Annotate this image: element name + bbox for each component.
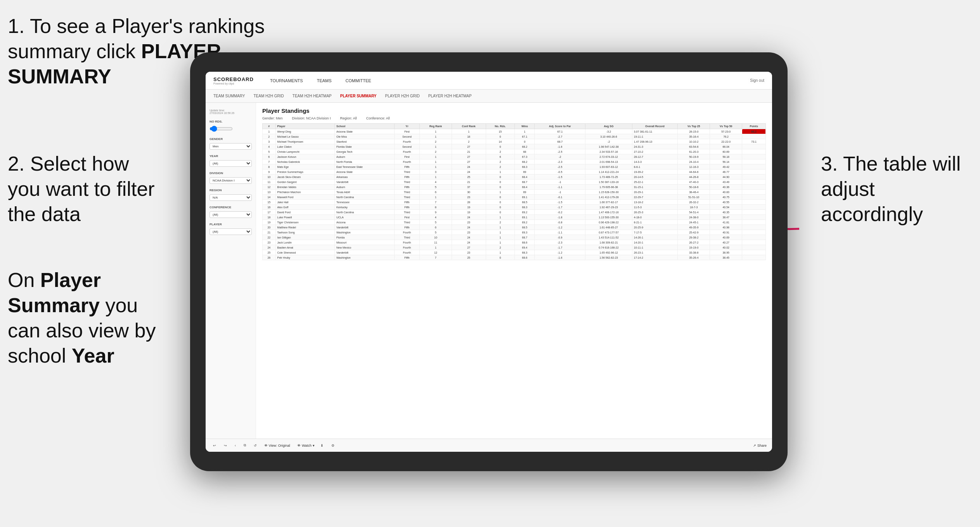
back-btn[interactable]: ‹ <box>233 443 238 448</box>
sidebar-player-select[interactable]: (All) <box>210 228 252 235</box>
nav-sign-out[interactable]: Sign out <box>750 78 764 83</box>
table-cell: 1 <box>420 134 452 139</box>
table-cell: 50-18-6 <box>678 185 710 190</box>
table-row: 26Petr HrubyWashingtonFifth725068.6-1.61… <box>263 255 766 260</box>
table-cell: 1 <box>420 245 452 250</box>
table-cell: 24-45-1 <box>678 220 710 225</box>
table-cell: 40.35 <box>710 210 742 215</box>
table-cell: 26-23-1 <box>632 250 677 255</box>
sidebar-gender-select[interactable]: Men Women <box>210 143 252 150</box>
table-cell: -1.5 <box>535 175 585 180</box>
col-wins: Wins <box>515 124 535 129</box>
table-cell: 0 <box>486 144 515 149</box>
table-cell: 1 <box>420 154 452 159</box>
table-cell: Petr Hruby <box>275 255 334 260</box>
table-cell: Nicholas Gabrelcik <box>275 159 334 164</box>
logo-text: SCOREBOARD <box>213 76 254 82</box>
table-cell: 73.1 <box>742 139 766 144</box>
table-cell: 68.3 <box>515 205 535 210</box>
table-cell: Fifth <box>394 200 419 205</box>
table-cell: Fourth <box>394 230 419 235</box>
table-cell: 68.5 <box>515 225 535 230</box>
table-row: 5Christo LamprechtGeorgia TechFourth2212… <box>263 149 766 154</box>
no-rds-slider[interactable] <box>210 125 233 133</box>
table-cell: 68.4 <box>515 175 535 180</box>
table-row: 8Mats EgeEast Tennessee StateFifth124268… <box>263 164 766 169</box>
table-cell: 6 <box>420 225 452 230</box>
sub-nav-player-h2h-grid[interactable]: PLAYER H2H GRID <box>385 94 420 98</box>
table-cell: 10 <box>263 175 276 180</box>
table-cell: 68.7 <box>535 139 585 144</box>
table-cell: 23 <box>452 230 486 235</box>
table-cell: Arizona State <box>334 129 394 134</box>
table-cell: Jackson Koivun <box>275 154 334 159</box>
table-cell: 1 <box>486 215 515 220</box>
sidebar-division-select[interactable]: NCAA Division I NCAA Division II <box>210 177 252 184</box>
table-cell: 63-54-6 <box>678 144 710 149</box>
table-cell: 13-18-2 <box>632 200 677 205</box>
table-cell: Florida State <box>334 144 394 149</box>
col-points: Points <box>742 124 766 129</box>
table-cell: 19 <box>263 220 276 225</box>
nav-committee[interactable]: COMMITTEE <box>344 78 373 84</box>
logo-area: SCOREBOARD Powered by clipd <box>213 76 254 85</box>
table-cell: 51-51-10 <box>678 195 710 200</box>
table-cell: Gordon Sargent <box>275 180 334 185</box>
sidebar-conference-select[interactable]: (All) SEC ACC <box>210 211 252 218</box>
redo-btn[interactable]: ↪ <box>222 443 229 448</box>
table-cell: 2 <box>486 149 515 154</box>
instruction-step3-text: 3. The table will adjust accordingly <box>821 152 961 225</box>
col-adj-score: Adj. Score to Par <box>535 124 585 129</box>
nav-tournaments[interactable]: TOURNAMENTS <box>268 78 305 84</box>
table-cell: Fifth <box>394 175 419 180</box>
table-row: 24Bastien AmatNew MexicoFourth127269.4-1… <box>263 245 766 250</box>
table-cell: -1.8 <box>535 215 585 220</box>
table-cell: 26-25-3 <box>632 210 677 215</box>
sub-nav-team-summary[interactable]: TEAM SUMMARY <box>213 94 245 98</box>
undo-btn[interactable]: ↩ <box>211 443 218 448</box>
table-cell: 49.42 <box>710 164 742 169</box>
sub-nav-player-h2h-heatmap[interactable]: PLAYER H2H HEATMAP <box>428 94 472 98</box>
table-cell: Third <box>394 190 419 195</box>
table-cell: Auburn <box>334 185 394 190</box>
sub-nav-player-summary[interactable]: PLAYER SUMMARY <box>340 94 377 98</box>
table-cell: Fourth <box>394 240 419 245</box>
table-cell: Texas A&M <box>334 190 394 195</box>
watch-area[interactable]: 👁 Watch ▾ <box>297 444 315 448</box>
table-cell: 15 <box>263 200 276 205</box>
sub-nav-team-h2h-heatmap[interactable]: TEAM H2H HEATMAP <box>293 94 332 98</box>
nav-teams[interactable]: TEAMS <box>315 78 333 84</box>
sub-nav-team-h2h-grid[interactable]: TEAM H2H GRID <box>254 94 284 98</box>
table-cell: David Ford <box>275 210 334 215</box>
table-cell <box>742 240 766 245</box>
sidebar-year-select[interactable]: (All) First Second Third Fourth Fifth <box>210 160 252 167</box>
table-cell: Third <box>394 235 419 240</box>
table-cell: 20 <box>263 225 276 230</box>
table-cell: -2.3 <box>535 240 585 245</box>
table-cell: 0 <box>486 205 515 210</box>
table-cell: Fourth <box>394 245 419 250</box>
table-cell: Luke Claton <box>275 144 334 149</box>
table-cell: Vanderbilt <box>334 225 394 230</box>
table-cell: Vanderbilt <box>334 180 394 185</box>
table-cell: 0 <box>486 185 515 190</box>
col-avg-sg: Avg SG <box>585 124 632 129</box>
settings-btn[interactable]: ⚙ <box>329 443 336 448</box>
copy-btn[interactable]: ⧉ <box>242 442 248 448</box>
refresh-btn[interactable]: ↺ <box>252 443 259 448</box>
table-cell: 24 <box>452 235 486 240</box>
table-cell: 68.2 <box>515 144 535 149</box>
sidebar-region-select[interactable]: N/A All <box>210 194 252 201</box>
table-cell: -0.8 <box>535 220 585 225</box>
table-cell: Jake Hall <box>275 200 334 205</box>
share-btn[interactable]: ↗ Share <box>753 444 767 448</box>
table-cell: 19-11-1 <box>632 134 677 139</box>
table-cell: 23 <box>452 220 486 225</box>
table-row: 13Phichaksn MaichonTexas A&MThird630169-… <box>263 190 766 195</box>
table-cell: 21 <box>452 149 486 154</box>
export-btn[interactable]: ⬇ <box>319 443 326 448</box>
table-cell: Third <box>394 210 419 215</box>
table-cell: 17 <box>263 210 276 215</box>
table-cell: Washington <box>334 255 394 260</box>
table-cell: 7 <box>263 159 276 164</box>
